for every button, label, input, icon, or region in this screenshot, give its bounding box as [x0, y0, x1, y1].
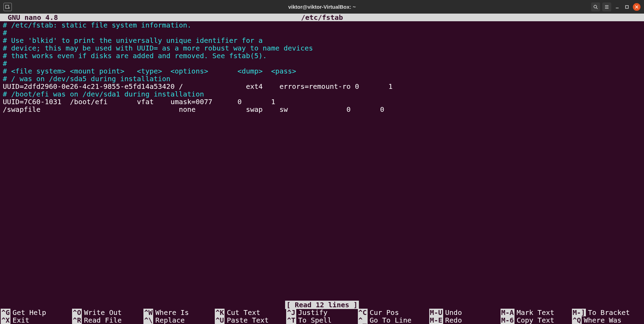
- shortcut-item: ^QWhere Was: [572, 316, 643, 324]
- shortcut-label: Get Help: [13, 309, 46, 316]
- shortcut-label: Read File: [84, 316, 121, 324]
- file-line: # /etc/fstab: static file system informa…: [3, 21, 641, 29]
- file-line: # that works even if disks are added and…: [3, 52, 641, 60]
- shortcut-label: Where Was: [584, 316, 621, 324]
- window-title: viktor@viktor-VirtualBox: ~: [0, 3, 644, 11]
- menu-button[interactable]: [602, 2, 611, 11]
- shortcut-label: Redo: [445, 316, 462, 324]
- shortcut-label: Exit: [13, 316, 29, 324]
- shortcut-label: Justify: [298, 309, 328, 316]
- shortcut-key: M-U: [429, 309, 443, 316]
- shortcut-key: ^W: [143, 309, 153, 316]
- shortcut-item: ^\Replace: [143, 316, 215, 324]
- shortcut-key: ^C: [358, 309, 368, 316]
- shortcut-item: M-UUndo: [429, 309, 501, 316]
- shortcut-item: ^CCur Pos: [358, 309, 429, 316]
- shortcut-key: ^X: [1, 316, 10, 324]
- shortcut-item: ^XExit: [1, 316, 72, 324]
- status-bar: [ Read 12 lines ]: [0, 301, 644, 309]
- file-line: /swapfile none swap sw 0 0: [3, 106, 641, 113]
- shortcut-item: ^JJustify: [286, 309, 358, 316]
- file-line: #: [3, 29, 641, 37]
- shortcut-label: Mark Text: [517, 309, 554, 316]
- svg-rect-9: [626, 6, 628, 8]
- shortcut-key: M-A: [501, 309, 515, 316]
- svg-rect-0: [6, 5, 9, 8]
- shortcut-key: ^Q: [572, 316, 582, 324]
- shortcut-key: ^K: [215, 309, 225, 316]
- shortcut-item: M-6Copy Text: [501, 316, 572, 324]
- shortcut-label: Cur Pos: [370, 309, 399, 316]
- shortcut-key: ^R: [72, 316, 82, 324]
- shortcut-item: ^TTo Spell: [286, 316, 358, 324]
- file-line: #: [3, 60, 641, 67]
- nano-header: GNU nano 4.8 /etc/fstab: [0, 14, 644, 21]
- terminal-area[interactable]: GNU nano 4.8 /etc/fstab # /etc/fstab: st…: [0, 14, 644, 324]
- file-line: # device; this may be used with UUID= as…: [3, 44, 641, 52]
- shortcut-item: ^UPaste Text: [215, 316, 286, 324]
- titlebar-left: [0, 3, 12, 11]
- maximize-button[interactable]: [623, 3, 631, 11]
- shortcut-item: ^_Go To Line: [358, 316, 429, 324]
- shortcut-key: ^\: [143, 316, 153, 324]
- search-button[interactable]: [591, 2, 600, 11]
- file-line: # <file system> <mount point> <type> <op…: [3, 67, 641, 75]
- shortcut-label: Undo: [445, 309, 462, 316]
- shortcut-key: ^J: [286, 309, 296, 316]
- shortcut-label: Cut Text: [227, 309, 260, 316]
- shortcut-key: M-]: [572, 309, 586, 316]
- svg-line-4: [596, 8, 598, 9]
- shortcut-label: Replace: [155, 316, 184, 324]
- nano-filename: /etc/fstab: [0, 14, 644, 21]
- status-message: [ Read 12 lines ]: [285, 301, 359, 309]
- shortcut-item: M-]To Bracket: [572, 309, 643, 316]
- shortcut-item: ^KCut Text: [215, 309, 286, 316]
- shortcut-label: Where Is: [155, 309, 189, 316]
- shortcut-item: M-ERedo: [429, 316, 501, 324]
- file-line: UUID=7C60-1031 /boot/efi vfat umask=0077…: [3, 98, 641, 106]
- shortcut-label: To Bracket: [588, 309, 630, 316]
- file-line: UUID=2dfd2960-0e26-4c21-9855-e5fd14a5342…: [3, 83, 641, 90]
- shortcut-label: To Spell: [298, 316, 332, 324]
- file-line: # Use 'blkid' to print the universally u…: [3, 37, 641, 44]
- file-line: # / was on /dev/sda5 during installation: [3, 75, 641, 83]
- shortcut-label: Write Out: [84, 309, 121, 316]
- shortcut-item: ^RRead File: [72, 316, 143, 324]
- shortcut-key: ^_: [358, 316, 368, 324]
- shortcut-item: M-AMark Text: [501, 309, 572, 316]
- close-button[interactable]: [633, 3, 641, 11]
- shortcut-label: Paste Text: [227, 316, 268, 324]
- minimize-button[interactable]: [613, 3, 621, 11]
- shortcut-label: Go To Line: [370, 316, 411, 324]
- new-tab-icon[interactable]: [3, 3, 12, 11]
- shortcut-key: ^G: [1, 309, 10, 316]
- shortcut-key: M-E: [429, 316, 443, 324]
- titlebar-right: [591, 2, 644, 11]
- file-line: # /boot/efi was on /dev/sda1 during inst…: [3, 90, 641, 98]
- shortcut-key: ^U: [215, 316, 225, 324]
- shortcut-item: ^WWhere Is: [143, 309, 215, 316]
- shortcut-label: Copy Text: [517, 316, 554, 324]
- shortcut-item: ^OWrite Out: [72, 309, 143, 316]
- shortcut-key: ^T: [286, 316, 296, 324]
- shortcut-key: ^O: [72, 309, 82, 316]
- file-content[interactable]: # /etc/fstab: static file system informa…: [3, 21, 641, 113]
- window-titlebar: viktor@viktor-VirtualBox: ~: [0, 0, 644, 14]
- shortcut-key: M-6: [501, 316, 515, 324]
- shortcut-bar: ^GGet Help^OWrite Out^WWhere Is^KCut Tex…: [0, 309, 644, 324]
- shortcut-item: ^GGet Help: [1, 309, 72, 316]
- svg-point-3: [594, 5, 597, 8]
